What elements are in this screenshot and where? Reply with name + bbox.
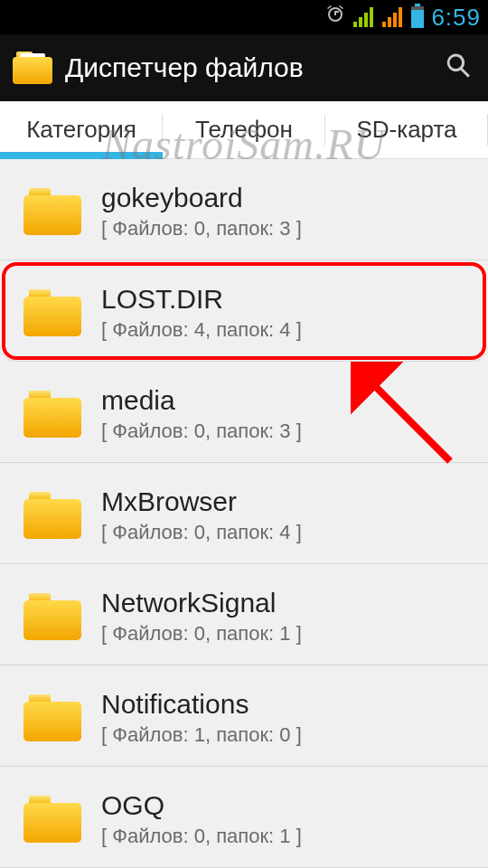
folder-icon [23,694,81,741]
item-meta: [ Файлов: 4, папок: 4 ] [101,318,302,342]
item-name: media [101,385,302,416]
signal-sim1-icon [353,7,375,27]
alarm-icon [324,4,346,32]
item-name: MxBrowser [101,486,302,517]
app-icon-folder [13,52,52,84]
folder-icon [23,492,81,539]
file-list[interactable]: gokeyboard [ Файлов: 0, папок: 3 ] LOST.… [0,159,488,868]
list-item[interactable]: media [ Файлов: 0, папок: 3 ] [0,362,488,463]
tab-sdcard[interactable]: SD-карта [325,101,488,158]
folder-icon [23,796,81,843]
status-clock: 6:59 [431,4,481,32]
tab-phone[interactable]: Телефон [163,101,325,158]
item-meta: [ Файлов: 0, папок: 1 ] [101,622,302,646]
battery-icon [411,6,424,28]
app-bar: Диспетчер файлов [0,34,488,101]
tabs: Категория Телефон SD-карта [0,101,488,159]
folder-icon [23,391,81,438]
item-meta: [ Файлов: 0, папок: 3 ] [101,217,302,241]
list-item[interactable]: NetworkSignal [ Файлов: 0, папок: 1 ] [0,564,488,665]
list-item[interactable]: MxBrowser [ Файлов: 0, папок: 4 ] [0,463,488,564]
tab-label: Категория [26,116,136,144]
signal-sim2-icon [382,7,404,27]
search-button[interactable] [443,50,475,86]
folder-icon [23,593,81,640]
folder-icon [23,289,81,336]
app-title: Диспетчер файлов [65,52,430,83]
item-meta: [ Файлов: 1, папок: 0 ] [101,723,302,747]
item-name: OGQ [101,790,302,821]
item-meta: [ Файлов: 0, папок: 4 ] [101,521,302,544]
item-name: Notifications [101,689,302,720]
tab-label: Телефон [195,116,293,144]
tab-underline [0,152,163,159]
item-meta: [ Файлов: 0, папок: 1 ] [101,825,302,848]
list-item-highlighted[interactable]: LOST.DIR [ Файлов: 4, папок: 4 ] [0,260,488,362]
list-item[interactable]: OGQ [ Файлов: 0, папок: 1 ] [0,767,488,868]
tab-category[interactable]: Категория [0,101,163,158]
screen: 6:59 Диспетчер файлов Категория Телефон … [0,0,488,868]
item-name: gokeyboard [101,183,302,213]
list-item[interactable]: Notifications [ Файлов: 1, папок: 0 ] [0,665,488,767]
tab-label: SD-карта [356,116,456,144]
item-meta: [ Файлов: 0, папок: 3 ] [101,420,302,443]
item-name: LOST.DIR [101,284,302,315]
item-name: NetworkSignal [101,588,302,618]
status-bar: 6:59 [0,0,488,34]
list-item[interactable]: gokeyboard [ Файлов: 0, папок: 3 ] [0,159,488,260]
folder-icon [23,188,81,235]
